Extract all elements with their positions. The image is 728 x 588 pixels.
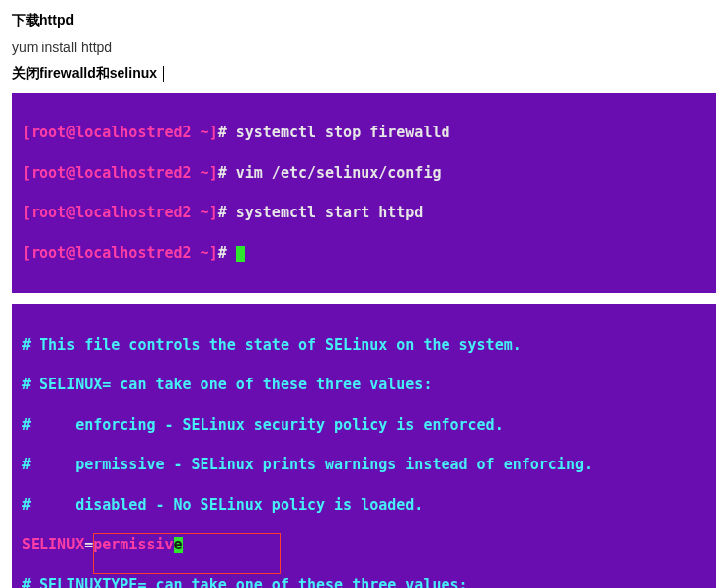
config-comment: # permissive - SELinux prints warnings i… — [22, 455, 706, 474]
terminal-line: [root@localhostred2 ~]# systemctl stop f… — [22, 123, 706, 142]
selinux-eq: = — [84, 536, 93, 553]
install-command-text: yum install httpd — [12, 40, 716, 55]
terminal-command: systemctl start httpd — [236, 204, 424, 221]
prompt-symbol: # — [218, 124, 236, 141]
section-heading-download: 下载httpd — [12, 12, 716, 30]
config-comment: # SELINUX= can take one of these three v… — [22, 375, 706, 394]
terminal-line: [root@localhostred2 ~]# vim /etc/selinux… — [22, 163, 706, 183]
terminal-line: [root@localhostred2 ~]# systemctl start … — [22, 203, 706, 222]
terminal-command: vim /etc/selinux/config — [236, 164, 442, 182]
selinux-setting-line: SELINUX=permissive — [22, 535, 706, 554]
text-cursor-icon — [163, 66, 164, 82]
terminal-block-1: [root@localhostred2 ~]# systemctl stop f… — [12, 93, 716, 293]
config-comment: # disabled - No SELinux policy is loaded… — [22, 495, 706, 515]
section-heading-disable: 关闭firewalld和selinux — [12, 65, 157, 83]
prompt-userhost: [root@localhostred2 ~] — [22, 204, 218, 221]
terminal-command: systemctl stop firewalld — [236, 124, 450, 141]
terminal-cursor-icon — [236, 246, 245, 262]
vim-cursor-char: e — [174, 537, 183, 553]
selinux-key: SELINUX — [22, 536, 84, 553]
section-heading-disable-wrap: 关闭firewalld和selinux — [12, 65, 716, 83]
config-comment: # SELINUXTYPE= can take one of these thr… — [22, 575, 706, 589]
config-comment: # This file controls the state of SELinu… — [22, 335, 706, 355]
terminal-block-2: # This file controls the state of SELinu… — [12, 304, 716, 588]
config-comment: # enforcing - SELinux security policy is… — [22, 415, 706, 435]
prompt-symbol: # — [218, 244, 236, 262]
terminal-line: [root@localhostred2 ~]# — [22, 243, 706, 263]
prompt-userhost: [root@localhostred2 ~] — [22, 244, 218, 262]
prompt-symbol: # — [218, 164, 236, 182]
prompt-userhost: [root@localhostred2 ~] — [22, 124, 218, 141]
selinux-value: permissiv — [93, 536, 173, 553]
prompt-userhost: [root@localhostred2 ~] — [22, 164, 218, 182]
prompt-symbol: # — [218, 204, 236, 221]
